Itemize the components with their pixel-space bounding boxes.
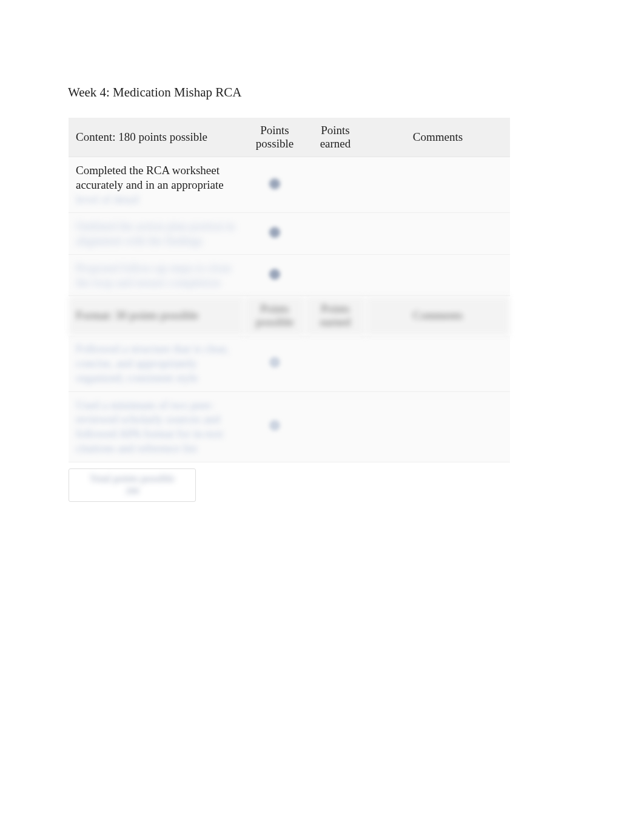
total-points-value: 200 [74, 486, 190, 496]
table-row: Used a minimum of two peer-reviewed scho… [69, 392, 510, 462]
points-possible-cell [244, 336, 305, 391]
points-possible-cell [244, 213, 305, 255]
points-earned-cell [305, 213, 366, 255]
blurred-value-icon [269, 357, 280, 368]
blurred-value-icon [269, 269, 280, 280]
table-row: Outlined the action plan portion in alig… [69, 213, 510, 255]
criterion-blurred-text: Proposed follow-up steps to close the lo… [76, 262, 231, 289]
rubric-table: Content: 180 points possible Points poss… [69, 118, 510, 462]
section2-header-comments: Comments [366, 296, 510, 336]
section1-header-desc: Content: 180 points possible [69, 118, 244, 157]
criterion-blurred-text: Outlined the action plan portion in alig… [76, 220, 235, 247]
section2-header-desc: Format: 30 points possible [69, 296, 244, 336]
comments-cell [366, 157, 510, 213]
points-possible-cell [244, 392, 305, 462]
section1-header-points-earned: Points earned [305, 118, 366, 157]
comments-cell [366, 336, 510, 391]
criterion-line3-blurred: level of detail [76, 192, 237, 207]
total-points-label: Total points possible [74, 473, 190, 485]
comments-cell [366, 255, 510, 297]
table-row: Followed a structure that is clear, conc… [69, 336, 510, 391]
section2-header-points-earned: Points earned [305, 296, 366, 336]
section1-header-comments: Comments [366, 118, 510, 157]
blurred-value-icon [269, 178, 280, 189]
criterion-desc: Used a minimum of two peer-reviewed scho… [69, 392, 244, 462]
criterion-desc: Proposed follow-up steps to close the lo… [69, 255, 244, 297]
criterion-desc: Outlined the action plan portion in alig… [69, 213, 244, 255]
points-earned-cell [305, 336, 366, 391]
page-title: Week 4: Medication Mishap RCA [68, 85, 583, 100]
criterion-line1: Completed the RCA worksheet [76, 163, 237, 178]
table-row: Completed the RCA worksheet accurately a… [69, 157, 510, 213]
section2-header-row: Format: 30 points possible Points possib… [69, 296, 510, 336]
table-row: Proposed follow-up steps to close the lo… [69, 255, 510, 297]
points-earned-cell [305, 255, 366, 297]
section1-header-points-possible: Points possible [244, 118, 305, 157]
comments-cell [366, 213, 510, 255]
section2-header-points-possible: Points possible [244, 296, 305, 336]
criterion-blurred-text: Followed a structure that is clear, conc… [76, 342, 229, 384]
blurred-value-icon [269, 420, 280, 431]
comments-cell [366, 392, 510, 462]
points-earned-cell [305, 392, 366, 462]
points-possible-cell [244, 255, 305, 297]
blurred-value-icon [269, 227, 280, 238]
points-earned-cell [305, 157, 366, 213]
section1-header-row: Content: 180 points possible Points poss… [69, 118, 510, 157]
criterion-blurred-text: Used a minimum of two peer-reviewed scho… [76, 399, 223, 455]
criterion-line2: accurately and in an appropriate [76, 178, 237, 192]
points-possible-cell [244, 157, 305, 213]
criterion-desc: Completed the RCA worksheet accurately a… [69, 157, 244, 213]
rubric-table-wrap: Content: 180 points possible Points poss… [68, 117, 583, 502]
criterion-desc: Followed a structure that is clear, conc… [69, 336, 244, 391]
total-points-box: Total points possible 200 [69, 468, 196, 502]
